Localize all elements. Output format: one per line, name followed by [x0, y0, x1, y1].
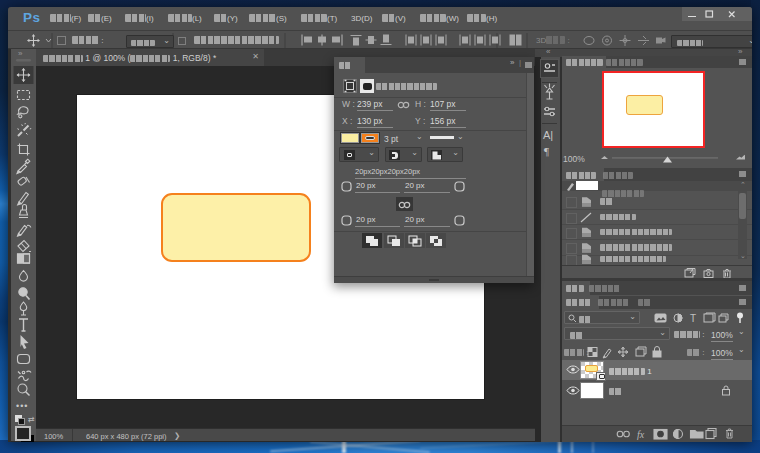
svg-text:A|: A| [543, 129, 553, 141]
svg-text:»: » [18, 49, 23, 58]
svg-text:T: T [690, 313, 696, 324]
svg-text:¶: ¶ [544, 145, 549, 157]
svg-text:fx: fx [637, 429, 645, 440]
